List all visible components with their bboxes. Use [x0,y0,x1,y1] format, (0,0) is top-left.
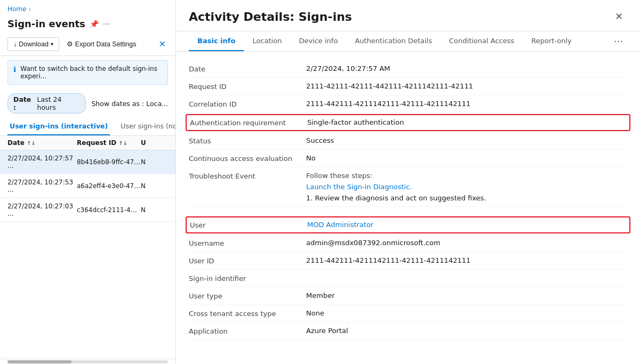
tab-basic-info[interactable]: Basic info [189,31,244,51]
label-user-id: User ID [189,256,306,265]
info-icon: ℹ [13,65,16,74]
value-continuous-access: No [306,154,627,162]
label-troubleshoot: Troubleshoot Event [189,172,306,180]
troubleshoot-link[interactable]: Launch the Sign-in Diagnostic. [306,183,627,191]
value-user[interactable]: MOD Administrator [307,221,626,229]
toolbar: ↓ Download ▾ ⚙ Export Data Settings ✕ [0,35,175,56]
value-username: admin@msdx087392.onmicrosoft.com [306,239,627,247]
breadcrumb-home[interactable]: Home [7,5,26,13]
sort-reqid-icon[interactable]: ↑↓ [118,140,127,146]
tab-report-only[interactable]: Report-only [523,31,580,51]
col-header-user: U [141,139,168,147]
value-application: Azure Portal [306,327,627,335]
col-header-reqid: Request ID ↑↓ [77,139,141,147]
page-title: Sign-in events [7,18,85,29]
close-button[interactable]: ✕ [611,9,627,25]
value-user-type: Member [306,292,627,300]
cell-date: 2/27/2024, 10:27:03 ... [7,203,77,217]
label-correlation-id: Correlation ID [189,100,306,108]
cell-date: 2/27/2024, 10:27:53 ... [7,179,77,193]
field-signin-identifier: Sign-in identifier [189,270,627,287]
table-row[interactable]: 2/27/2024, 10:27:53 ... a6a2eff4-e3e0-47… [0,174,175,198]
pin-icon[interactable]: 📌 [90,20,99,28]
tab-location[interactable]: Location [244,31,290,51]
field-cross-tenant: Cross tenant access type None [189,305,627,322]
gear-icon: ⚙ [67,40,73,48]
sort-date-icon[interactable]: ↑↓ [27,140,36,146]
table-body: 2/27/2024, 10:27:57 ... 8b416eb8-9ffc-47… [0,150,175,359]
field-application: Application Azure Portal [189,322,627,340]
label-cross-tenant: Cross tenant access type [189,309,306,318]
close-filter-icon[interactable]: ✕ [157,37,168,51]
label-application: Application [189,327,306,335]
label-status: Status [189,136,306,145]
tab-conditional-access[interactable]: Conditional Access [441,31,523,51]
sign-in-tabs: User sign-ins (interactive) User sign-in… [0,118,175,136]
download-chevron-icon: ▾ [51,41,53,47]
value-troubleshoot: Follow these steps: Launch the Sign-in D… [306,172,627,202]
filter-value: Last 24 hours [37,95,81,111]
troubleshoot-note: 1. Review the diagnosis and act on sugge… [306,194,627,202]
download-icon: ↓ [13,41,17,48]
download-button[interactable]: ↓ Download ▾ [7,37,59,51]
cell-reqid: 8b416eb8-9ffc-47f4-... [77,158,141,166]
filter-row: Date : Last 24 hours Show dates as : Loc… [0,89,175,118]
label-user: User [190,221,307,229]
breadcrumb: Home › [0,0,175,16]
detail-title: Activity Details: Sign-ins [189,10,611,23]
field-auth-requirement: Authentication requirement Single-factor… [186,114,630,131]
more-options-icon[interactable]: ··· [103,20,110,28]
field-user: User MOD Administrator [186,216,630,233]
show-dates-label: Show dates as : Loca... [91,100,168,108]
export-label: Export Data Settings [75,41,137,48]
label-date: Date [189,64,306,73]
value-status: Success [306,136,627,144]
table-row[interactable]: 2/27/2024, 10:27:03 ... c364dccf-2111-4b… [0,198,175,222]
tab-non-interactive[interactable]: User sign-ins (non-... [118,118,176,135]
field-status: Status Success [189,132,627,150]
download-label: Download [19,41,49,48]
field-correlation-id: Correlation ID 2111-442111-4211142111-42… [189,95,627,113]
value-date: 2/27/2024, 10:27:57 AM [306,64,627,72]
tab-interactive[interactable]: User sign-ins (interactive) [7,118,110,135]
field-troubleshoot: Troubleshoot Event Follow these steps: L… [189,167,627,207]
label-auth-requirement: Authentication requirement [190,118,307,127]
section-gap [189,207,627,215]
filter-label: Date : [13,95,35,111]
field-user-type: User type Member [189,287,627,305]
value-correlation-id: 2111-442111-4211142111-42111-4211142111 [306,100,627,108]
cell-user: N [141,182,168,190]
col-header-date: Date ↑↓ [7,139,77,147]
info-banner: ℹ Want to switch back to the default sig… [7,60,168,85]
panel-title-row: Sign-in events 📌 ··· [0,16,175,35]
info-banner-text: Want to switch back to the default sign-… [20,65,162,80]
value-user-id: 2111-442111-4211142111-42111-4211142111 [306,256,627,264]
label-signin-identifier: Sign-in identifier [189,274,306,282]
cell-user: N [141,206,168,214]
tab-device-info[interactable]: Device info [290,31,346,51]
detail-tabs: Basic info Location Device info Authenti… [176,31,640,52]
cell-date: 2/27/2024, 10:27:57 ... [7,155,77,169]
value-cross-tenant: None [306,309,627,317]
cell-user: N [141,158,168,166]
troubleshoot-steps: Follow these steps: [306,172,627,180]
value-request-id: 2111-42111-42111-442111-4211142111-42111 [306,82,627,90]
breadcrumb-sep: › [28,6,30,13]
label-user-type: User type [189,292,306,300]
field-date: Date 2/27/2024, 10:27:57 AM [189,60,627,78]
horizontal-scrollbar[interactable] [0,359,175,364]
table-row[interactable]: 2/27/2024, 10:27:57 ... 8b416eb8-9ffc-47… [0,150,175,174]
detail-header: Activity Details: Sign-ins ✕ [176,0,640,31]
date-filter-chip[interactable]: Date : Last 24 hours [7,93,86,114]
field-username: Username admin@msdx087392.onmicrosoft.co… [189,234,627,252]
right-panel: Activity Details: Sign-ins ✕ Basic info … [176,0,640,364]
field-continuous-access: Continuous access evaluation No [189,150,627,167]
field-user-id: User ID 2111-442111-4211142111-42111-421… [189,252,627,270]
export-settings-button[interactable]: ⚙ Export Data Settings [62,37,141,51]
tab-authentication-details[interactable]: Authentication Details [346,31,441,51]
label-request-id: Request ID [189,82,306,91]
value-auth-requirement: Single-factor authentication [307,118,626,126]
table-header: Date ↑↓ Request ID ↑↓ U [0,136,175,150]
field-request-id: Request ID 2111-42111-42111-442111-42111… [189,78,627,95]
tabs-more-icon[interactable]: ··· [610,31,627,51]
